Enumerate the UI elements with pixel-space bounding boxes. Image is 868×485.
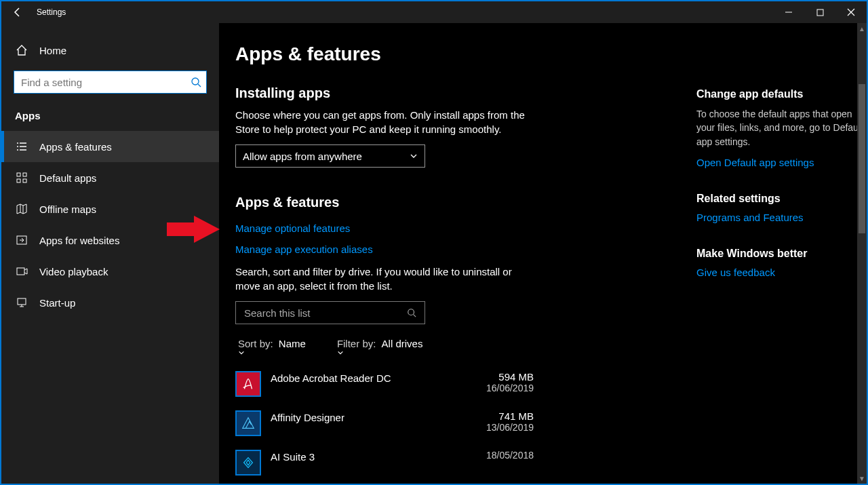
nav-startup[interactable]: Start-up [1,287,219,318]
chevron-down-icon [337,349,427,356]
map-icon [15,202,28,216]
maximize-button[interactable] [804,1,835,23]
manage-aliases-link[interactable]: Manage app execution aliases [235,244,669,255]
change-defaults-body: To choose the default apps that open you… [696,107,866,149]
app-icon-aisuite [235,450,261,476]
svg-point-9 [408,309,414,315]
installing-heading: Installing apps [235,85,669,101]
scroll-up-icon[interactable]: ▲ [857,23,867,34]
find-setting-input[interactable] [14,77,186,88]
list-help-text: Search, sort and filter by drive. If you… [235,265,527,293]
section-label: Apps [1,106,219,131]
window-title: Settings [34,7,66,17]
svg-rect-5 [23,179,26,182]
search-list-box[interactable]: Search this list [235,301,425,324]
minimize-button[interactable] [773,1,804,23]
svg-rect-2 [17,173,20,176]
chevron-down-icon [238,349,310,356]
app-source-select[interactable]: Allow apps from anywhere [235,144,425,168]
close-icon [847,8,855,16]
manage-optional-link[interactable]: Manage optional features [235,222,669,234]
app-icon-acrobat [235,371,261,397]
search-icon [407,308,416,317]
app-name: Affinity Designer [271,410,486,423]
content-area: Home Apps Apps & features Default apps [1,23,867,484]
minimize-icon [785,8,793,16]
app-item[interactable]: AI Suite 3 18/05/2018 [235,450,534,476]
list-icon [15,140,28,153]
startup-icon [15,296,28,309]
filter-by[interactable]: Filter by: All drives [337,338,427,356]
nav-video-playback[interactable]: Video playback [1,256,219,287]
search-list-placeholder: Search this list [244,307,407,319]
main-panel: Apps & features Installing apps Choose w… [219,23,867,484]
home-icon [15,43,28,57]
nav-offline-maps[interactable]: Offline maps [1,193,219,225]
select-value: Allow apps from anywhere [243,151,362,162]
nav-label: Video playback [39,266,108,277]
app-name: AI Suite 3 [271,450,486,463]
make-windows-better-title: Make Windows better [696,248,866,260]
main-column: Installing apps Choose where you can get… [235,85,669,476]
maximize-icon [816,9,824,16]
svg-rect-4 [17,179,20,182]
make-windows-better-block: Make Windows better Give us feedback [696,248,866,278]
chevron-down-icon [410,152,418,160]
sort-by[interactable]: Sort by: Name [238,338,310,356]
programs-features-link[interactable]: Programs and Features [696,212,866,223]
side-column: Change app defaults To choose the defaul… [696,85,866,476]
scroll-thumb[interactable] [859,84,865,233]
sort-filter-row: Sort by: Name Filter by: All drives [238,338,669,356]
nav-default-apps[interactable]: Default apps [1,162,219,193]
settings-window: Settings Home Apps [1,1,867,484]
change-defaults-title: Change app defaults [696,88,866,100]
search-icon [186,77,206,88]
open-icon [15,233,28,247]
svg-rect-7 [17,268,24,275]
give-feedback-link[interactable]: Give us feedback [696,267,866,278]
app-meta: 18/05/2018 [486,450,534,461]
sidebar: Home Apps Apps & features Default apps [1,23,219,484]
nav-label: Start-up [39,297,75,309]
nav-apps-features[interactable]: Apps & features [1,131,219,162]
find-setting-search[interactable] [14,71,207,94]
close-button[interactable] [835,1,867,23]
grid-icon [15,171,28,185]
page-title: Apps & features [235,43,867,65]
apps-features-heading: Apps & features [235,195,669,210]
app-item[interactable]: Adobe Acrobat Reader DC 594 MB 16/06/201… [235,371,534,397]
nav-label: Offline maps [39,203,96,215]
app-item[interactable]: Affinity Designer 741 MB 13/06/2019 [235,410,534,436]
scroll-down-icon[interactable]: ▼ [857,473,867,484]
change-defaults-block: Change app defaults To choose the defaul… [696,88,866,168]
nav-label: Apps for websites [39,235,119,246]
scrollbar[interactable]: ▲ ▼ [857,23,867,484]
app-meta: 594 MB 16/06/2019 [486,371,534,393]
nav-label: Apps & features [39,141,112,153]
svg-rect-3 [23,173,26,176]
arrow-left-icon [12,7,23,18]
app-name: Adobe Acrobat Reader DC [271,371,486,384]
nav-apps-websites[interactable]: Apps for websites [1,225,219,256]
related-settings-block: Related settings Programs and Features [696,193,866,223]
app-list: Adobe Acrobat Reader DC 594 MB 16/06/201… [235,371,534,476]
open-default-settings-link[interactable]: Open Default app settings [696,157,866,168]
svg-rect-0 [817,9,823,16]
nav-label: Default apps [39,172,96,184]
svg-point-1 [192,78,199,85]
app-meta: 741 MB 13/06/2019 [486,410,534,433]
home-label: Home [39,45,66,56]
svg-rect-8 [18,298,26,305]
home-nav[interactable]: Home [1,37,219,64]
nav-list: Apps & features Default apps Offline map… [1,131,219,318]
related-settings-title: Related settings [696,193,866,205]
back-button[interactable] [1,1,34,23]
installing-body: Choose where you can get apps from. Only… [235,108,527,136]
video-icon [15,265,28,278]
app-icon-affinity [235,410,261,436]
titlebar: Settings [1,1,867,23]
